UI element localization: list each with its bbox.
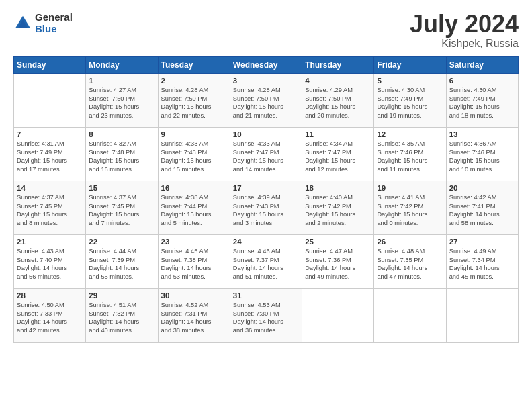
title-month: July 2024 xyxy=(410,12,519,36)
day-number: 19 xyxy=(377,184,443,192)
day-cell: 9Sunrise: 4:33 AM Sunset: 7:48 PM Daylig… xyxy=(158,128,230,181)
day-number: 25 xyxy=(305,238,371,246)
day-cell: 3Sunrise: 4:28 AM Sunset: 7:50 PM Daylig… xyxy=(230,74,302,128)
day-number: 11 xyxy=(305,130,371,138)
day-cell: 29Sunrise: 4:51 AM Sunset: 7:32 PM Dayli… xyxy=(86,289,158,342)
day-number: 5 xyxy=(377,77,443,85)
day-info: Sunrise: 4:48 AM Sunset: 7:35 PM Dayligh… xyxy=(377,247,443,281)
day-info: Sunrise: 4:28 AM Sunset: 7:50 PM Dayligh… xyxy=(161,86,227,120)
day-cell: 27Sunrise: 4:49 AM Sunset: 7:34 PM Dayli… xyxy=(446,235,518,289)
day-cell: 6Sunrise: 4:30 AM Sunset: 7:49 PM Daylig… xyxy=(446,74,518,128)
day-number: 8 xyxy=(89,130,154,138)
day-number: 24 xyxy=(233,238,299,246)
day-info: Sunrise: 4:30 AM Sunset: 7:49 PM Dayligh… xyxy=(377,86,443,120)
day-info: Sunrise: 4:46 AM Sunset: 7:37 PM Dayligh… xyxy=(233,247,299,281)
week-row-4: 21Sunrise: 4:43 AM Sunset: 7:40 PM Dayli… xyxy=(14,235,519,289)
day-info: Sunrise: 4:32 AM Sunset: 7:48 PM Dayligh… xyxy=(89,140,154,173)
day-cell: 7Sunrise: 4:31 AM Sunset: 7:49 PM Daylig… xyxy=(14,128,86,181)
day-cell xyxy=(374,289,446,342)
day-info: Sunrise: 4:35 AM Sunset: 7:46 PM Dayligh… xyxy=(377,140,443,173)
day-info: Sunrise: 4:30 AM Sunset: 7:49 PM Dayligh… xyxy=(449,86,515,120)
day-cell: 31Sunrise: 4:53 AM Sunset: 7:30 PM Dayli… xyxy=(230,289,302,342)
day-number: 22 xyxy=(89,238,154,246)
day-number: 9 xyxy=(161,130,227,138)
header-cell-friday: Friday xyxy=(374,57,446,74)
week-row-1: 1Sunrise: 4:27 AM Sunset: 7:50 PM Daylig… xyxy=(14,74,519,128)
day-number: 3 xyxy=(233,77,299,85)
day-number: 26 xyxy=(377,238,443,246)
day-cell xyxy=(302,289,374,342)
day-number: 2 xyxy=(161,77,227,85)
day-cell: 21Sunrise: 4:43 AM Sunset: 7:40 PM Dayli… xyxy=(14,235,86,289)
day-info: Sunrise: 4:50 AM Sunset: 7:33 PM Dayligh… xyxy=(17,301,83,334)
header-row: SundayMondayTuesdayWednesdayThursdayFrid… xyxy=(14,57,519,74)
day-info: Sunrise: 4:33 AM Sunset: 7:47 PM Dayligh… xyxy=(233,140,299,173)
day-cell: 19Sunrise: 4:41 AM Sunset: 7:42 PM Dayli… xyxy=(374,181,446,235)
day-info: Sunrise: 4:29 AM Sunset: 7:50 PM Dayligh… xyxy=(305,86,371,120)
day-number: 28 xyxy=(17,291,83,300)
calendar-header: SundayMondayTuesdayWednesdayThursdayFrid… xyxy=(14,57,519,74)
day-number: 7 xyxy=(17,130,83,138)
day-number: 16 xyxy=(161,184,227,192)
calendar-body: 1Sunrise: 4:27 AM Sunset: 7:50 PM Daylig… xyxy=(14,74,519,342)
day-info: Sunrise: 4:39 AM Sunset: 7:43 PM Dayligh… xyxy=(233,193,299,227)
day-cell: 16Sunrise: 4:38 AM Sunset: 7:44 PM Dayli… xyxy=(158,181,230,235)
header-cell-sunday: Sunday xyxy=(14,57,86,74)
day-info: Sunrise: 4:49 AM Sunset: 7:34 PM Dayligh… xyxy=(449,247,515,281)
day-info: Sunrise: 4:36 AM Sunset: 7:46 PM Dayligh… xyxy=(449,140,515,173)
day-number: 29 xyxy=(89,291,154,300)
logo-general: General xyxy=(35,12,73,24)
day-info: Sunrise: 4:51 AM Sunset: 7:32 PM Dayligh… xyxy=(89,301,154,334)
day-info: Sunrise: 4:37 AM Sunset: 7:45 PM Dayligh… xyxy=(89,193,154,227)
day-cell: 13Sunrise: 4:36 AM Sunset: 7:46 PM Dayli… xyxy=(446,128,518,181)
logo-icon xyxy=(13,14,32,33)
day-info: Sunrise: 4:34 AM Sunset: 7:47 PM Dayligh… xyxy=(305,140,371,173)
day-number: 21 xyxy=(17,238,83,246)
day-cell: 20Sunrise: 4:42 AM Sunset: 7:41 PM Dayli… xyxy=(446,181,518,235)
day-info: Sunrise: 4:31 AM Sunset: 7:49 PM Dayligh… xyxy=(17,140,83,173)
day-number: 14 xyxy=(17,184,83,192)
day-info: Sunrise: 4:52 AM Sunset: 7:31 PM Dayligh… xyxy=(161,301,227,334)
day-cell: 24Sunrise: 4:46 AM Sunset: 7:37 PM Dayli… xyxy=(230,235,302,289)
day-cell: 17Sunrise: 4:39 AM Sunset: 7:43 PM Dayli… xyxy=(230,181,302,235)
day-cell: 8Sunrise: 4:32 AM Sunset: 7:48 PM Daylig… xyxy=(86,128,158,181)
day-cell: 30Sunrise: 4:52 AM Sunset: 7:31 PM Dayli… xyxy=(158,289,230,342)
day-info: Sunrise: 4:41 AM Sunset: 7:42 PM Dayligh… xyxy=(377,193,443,227)
day-cell: 12Sunrise: 4:35 AM Sunset: 7:46 PM Dayli… xyxy=(374,128,446,181)
day-cell: 22Sunrise: 4:44 AM Sunset: 7:39 PM Dayli… xyxy=(86,235,158,289)
day-cell: 2Sunrise: 4:28 AM Sunset: 7:50 PM Daylig… xyxy=(158,74,230,128)
day-info: Sunrise: 4:40 AM Sunset: 7:42 PM Dayligh… xyxy=(305,193,371,227)
day-info: Sunrise: 4:47 AM Sunset: 7:36 PM Dayligh… xyxy=(305,247,371,281)
day-cell: 5Sunrise: 4:30 AM Sunset: 7:49 PM Daylig… xyxy=(374,74,446,128)
logo-blue: Blue xyxy=(35,24,73,35)
day-info: Sunrise: 4:38 AM Sunset: 7:44 PM Dayligh… xyxy=(161,193,227,227)
day-cell: 23Sunrise: 4:45 AM Sunset: 7:38 PM Dayli… xyxy=(158,235,230,289)
day-info: Sunrise: 4:53 AM Sunset: 7:30 PM Dayligh… xyxy=(233,301,299,334)
header-cell-thursday: Thursday xyxy=(302,57,374,74)
day-cell: 28Sunrise: 4:50 AM Sunset: 7:33 PM Dayli… xyxy=(14,289,86,342)
day-number: 31 xyxy=(233,291,299,300)
day-cell: 4Sunrise: 4:29 AM Sunset: 7:50 PM Daylig… xyxy=(302,74,374,128)
title-block: July 2024 Kishpek, Russia xyxy=(410,12,519,50)
day-info: Sunrise: 4:33 AM Sunset: 7:48 PM Dayligh… xyxy=(161,140,227,173)
day-cell: 14Sunrise: 4:37 AM Sunset: 7:45 PM Dayli… xyxy=(14,181,86,235)
week-row-5: 28Sunrise: 4:50 AM Sunset: 7:33 PM Dayli… xyxy=(14,289,519,342)
day-number: 1 xyxy=(89,77,154,85)
day-number: 10 xyxy=(233,130,299,138)
day-info: Sunrise: 4:42 AM Sunset: 7:41 PM Dayligh… xyxy=(449,193,515,227)
day-info: Sunrise: 4:45 AM Sunset: 7:38 PM Dayligh… xyxy=(161,247,227,281)
day-cell xyxy=(446,289,518,342)
page: General Blue July 2024 Kishpek, Russia S… xyxy=(0,0,532,411)
header-cell-wednesday: Wednesday xyxy=(230,57,302,74)
header-cell-saturday: Saturday xyxy=(446,57,518,74)
day-number: 17 xyxy=(233,184,299,192)
day-cell: 1Sunrise: 4:27 AM Sunset: 7:50 PM Daylig… xyxy=(86,74,158,128)
day-info: Sunrise: 4:37 AM Sunset: 7:45 PM Dayligh… xyxy=(17,193,83,227)
day-number: 27 xyxy=(449,238,515,246)
title-location: Kishpek, Russia xyxy=(410,38,519,50)
day-number: 12 xyxy=(377,130,443,138)
day-number: 20 xyxy=(449,184,515,192)
logo: General Blue xyxy=(13,12,73,34)
week-row-2: 7Sunrise: 4:31 AM Sunset: 7:49 PM Daylig… xyxy=(14,128,519,181)
day-cell xyxy=(14,74,86,128)
